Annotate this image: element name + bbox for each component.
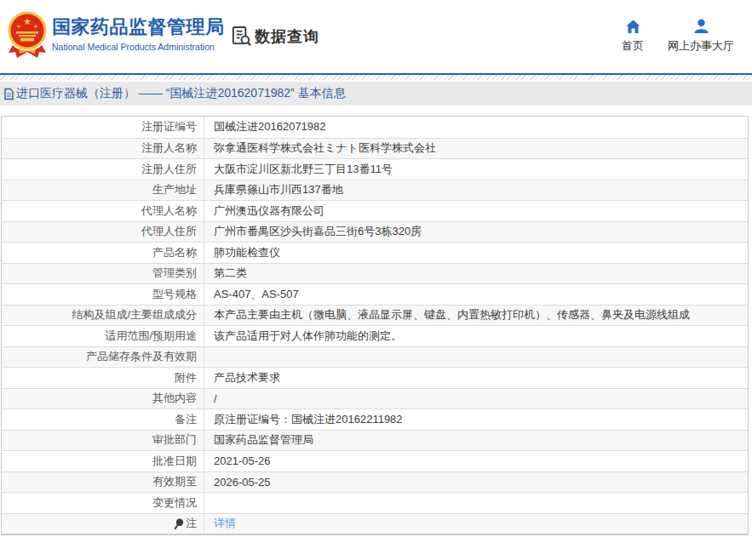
org-name-en: National Medical Products Administration [52,42,225,52]
table-row: 管理类别第二类 [2,263,748,284]
brand: ★ ★ ★ 国家药品监督管理局 National Medical Product… [7,11,225,60]
note-label: 注 [186,516,197,531]
row-label: 代理人住所 [2,222,204,243]
table-row: 其他内容/ [2,388,748,409]
details-link[interactable]: 详情 [214,516,236,531]
row-value: 原注册证编号：国械注进20162211982 [204,409,748,430]
table-row: 有效期至2026-05-25 [2,471,748,493]
row-value: / [204,389,748,409]
pin-icon [174,518,184,529]
row-value: 弥拿通医科学株式会社ミナト医科学株式会社 [204,139,748,159]
table-row: 结构及组成/主要组成成分本产品主要由主机（微电脑、液晶显示屏、键盘、内置热敏打印… [2,305,748,326]
table-row: 型号规格AS-407、AS-507 [2,283,748,305]
row-value: 产品技术要求 [204,368,748,388]
row-label: 产品储存条件及有效期 [2,347,204,368]
row-label: 适用范围/预期用途 [2,326,204,346]
nav-online-hall[interactable]: 网上办事大厅 [668,19,734,54]
row-label: 产品名称 [2,243,204,263]
row-value: 广州澳迅仪器有限公司 [204,201,748,221]
table-row: 附件产品技术要求 [2,367,748,388]
hatched-strip [0,75,752,80]
registration-info-table: 注册证编号国械注进20162071982 注册人名称弥拿通医科学株式会社ミナト医… [1,116,749,535]
table-row: 生产地址兵庫県篠山市川西137番地 [2,180,748,201]
svg-text:★: ★ [16,24,20,29]
table-row: 代理人住所广州市番禺区沙头街嘉品三街6号3栋320房 [2,221,748,243]
row-value: 肺功能检查仪 [204,243,748,263]
document-icon [3,88,14,100]
table-row: 注册人名称弥拿通医科学株式会社ミナト医科学株式会社 [2,138,748,159]
nav-data-query-label: 数据查询 [255,26,319,47]
row-value: 国家药品监督管理局 [204,431,748,451]
svg-text:★: ★ [33,24,37,29]
header-nav: 首页 网上办事大厅 [622,19,734,54]
row-label-note: 注 [2,514,204,534]
row-value [204,347,748,368]
home-icon [625,19,641,34]
user-icon [693,19,709,34]
row-label: 批准日期 [2,451,204,471]
row-label: 有效期至 [2,472,204,493]
table-row: 注册证编号国械注进20162071982 [2,117,748,138]
nav-home[interactable]: 首页 [622,19,644,54]
row-label: 其他内容 [2,389,204,409]
table-row: 代理人名称广州澳迅仪器有限公司 [2,200,748,221]
row-label: 型号规格 [2,284,204,305]
table-row: 产品储存条件及有效期 [2,346,748,368]
row-label: 附件 [2,368,204,388]
table-row: 备注原注册证编号：国械注进20162211982 [2,409,748,430]
document-search-icon [231,26,252,47]
row-value-note: 详情 [204,514,748,534]
row-label: 代理人名称 [2,201,204,221]
row-label: 结构及组成/主要组成成分 [2,306,204,326]
table-row-note: 注 详情 [2,513,748,534]
table-row: 适用范围/预期用途该产品适用于对人体作肺功能的测定。 [2,325,748,346]
row-label: 注册证编号 [2,117,204,138]
row-value: 兵庫県篠山市川西137番地 [204,180,748,201]
row-value: 大阪市淀川区新北野三丁目13番11号 [204,159,748,180]
row-value: 本产品主要由主机（微电脑、液晶显示屏、键盘、内置热敏打印机）、传感器、鼻夹及电源… [204,306,748,326]
row-value: AS-407、AS-507 [204,284,748,305]
row-value: 2026-05-25 [204,472,748,493]
nav-data-query[interactable]: 数据查询 [231,26,319,47]
breadcrumb-text: 进口医疗器械（注册） —— “国械注进20162071982” 基本信息 [16,86,346,101]
table-row: 注册人住所大阪市淀川区新北野三丁目13番11号 [2,158,748,180]
row-value: 2021-05-26 [204,451,748,471]
row-value: 广州市番禺区沙头街嘉品三街6号3栋320房 [204,222,748,243]
china-national-emblem-icon: ★ ★ ★ [7,11,48,60]
org-name-zh: 国家药品监督管理局 [52,16,225,38]
svg-text:★: ★ [23,16,32,26]
row-label: 注册人住所 [2,159,204,180]
row-value: 该产品适用于对人体作肺功能的测定。 [204,326,748,346]
header: ★ ★ ★ 国家药品监督管理局 National Medical Product… [0,0,752,73]
row-label: 变更情况 [2,493,204,513]
table-row: 产品名称肺功能检查仪 [2,242,748,263]
nav-home-label: 首页 [622,38,644,54]
row-value [204,493,748,513]
row-label: 注册人名称 [2,139,204,159]
table-row: 变更情况 [2,492,748,513]
nav-online-hall-label: 网上办事大厅 [668,38,734,54]
row-value: 国械注进20162071982 [204,117,748,138]
row-value: 第二类 [204,264,748,284]
breadcrumb: 进口医疗器械（注册） —— “国械注进20162071982” 基本信息 [0,82,752,106]
row-label: 审批部门 [2,431,204,451]
row-label: 生产地址 [2,180,204,201]
row-label: 管理类别 [2,264,204,284]
table-row: 批准日期2021-05-26 [2,450,748,471]
row-label: 备注 [2,409,204,430]
table-row: 审批部门国家药品监督管理局 [2,430,748,451]
